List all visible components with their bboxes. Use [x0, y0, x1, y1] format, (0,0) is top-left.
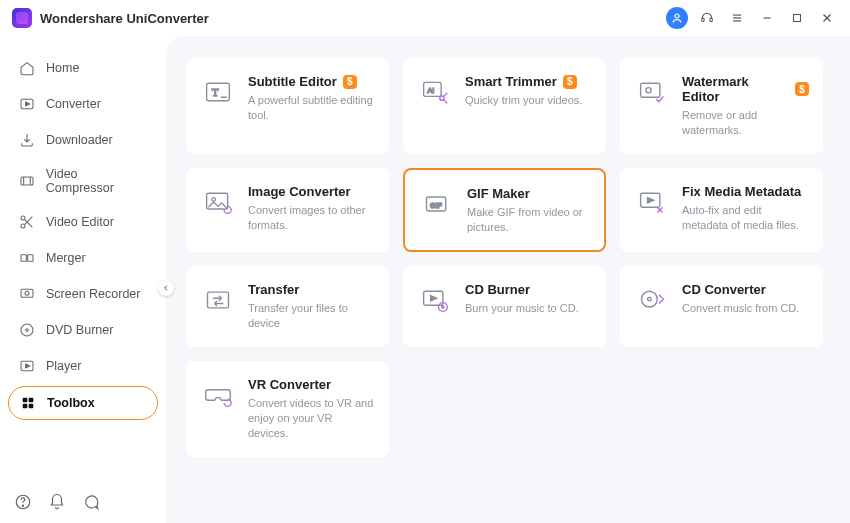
sidebar-item-player[interactable]: Player [8, 350, 158, 382]
svg-rect-12 [21, 177, 33, 185]
svg-rect-23 [23, 398, 28, 403]
svg-point-36 [646, 88, 651, 93]
sidebar-item-home[interactable]: Home [8, 52, 158, 84]
sidebar-item-toolbox[interactable]: Toolbox [8, 386, 158, 420]
sidebar-item-converter[interactable]: Converter [8, 88, 158, 120]
card-desc: Convert music from CD. [682, 301, 799, 316]
svg-rect-15 [21, 255, 26, 262]
svg-point-47 [442, 306, 444, 308]
card-title: VR Converter [248, 377, 331, 392]
converter-icon [18, 95, 36, 113]
sidebar-item-label: Player [46, 359, 81, 373]
sidebar-item-label: Video Compressor [46, 167, 148, 195]
svg-rect-1 [702, 18, 704, 22]
help-button[interactable] [14, 493, 32, 511]
svg-marker-42 [648, 197, 654, 202]
sidebar-item-label: Toolbox [47, 396, 95, 410]
cd-burner-icon [419, 284, 451, 316]
paid-badge: $ [563, 75, 577, 89]
vr-icon [202, 379, 234, 411]
feedback-button[interactable] [82, 493, 100, 511]
sidebar-item-merger[interactable]: Merger [8, 242, 158, 274]
watermark-icon [636, 76, 668, 108]
paid-badge: $ [343, 75, 357, 89]
sidebar-item-screen-recorder[interactable]: Screen Recorder [8, 278, 158, 310]
sidebar-item-video-editor[interactable]: Video Editor [8, 206, 158, 238]
download-icon [18, 131, 36, 149]
svg-rect-25 [23, 404, 28, 409]
titlebar: Wondershare UniConverter [0, 0, 850, 36]
home-icon [18, 59, 36, 77]
close-button[interactable] [816, 7, 838, 29]
card-title: Subtitle Editor [248, 74, 337, 89]
svg-point-19 [21, 324, 33, 336]
tool-card-smart-trimmer[interactable]: AI Smart Trimmer$ Quicky trim your video… [403, 58, 606, 154]
sidebar: Home Converter Downloader Video Compress… [0, 36, 166, 523]
subtitle-icon: T [202, 76, 234, 108]
svg-marker-22 [26, 364, 30, 368]
trimmer-icon: AI [419, 76, 451, 108]
tool-card-cd-burner[interactable]: CD Burner Burn your music to CD. [403, 266, 606, 347]
play-icon [18, 357, 36, 375]
tool-card-image-converter[interactable]: Image Converter Convert images to other … [186, 168, 389, 253]
metadata-icon [636, 186, 668, 218]
sidebar-item-downloader[interactable]: Downloader [8, 124, 158, 156]
svg-rect-43 [208, 293, 229, 309]
tool-card-subtitle-editor[interactable]: T Subtitle Editor$ A powerful subtitle e… [186, 58, 389, 154]
svg-point-14 [21, 224, 25, 228]
card-title: Transfer [248, 282, 299, 297]
tool-card-gif-maker[interactable]: GIF GIF Maker Make GIF from video or pic… [403, 168, 606, 253]
card-title: GIF Maker [467, 186, 530, 201]
merger-icon [18, 249, 36, 267]
svg-point-13 [21, 216, 25, 220]
card-title: Fix Media Metadata [682, 184, 801, 199]
paid-badge: $ [795, 82, 809, 96]
svg-rect-35 [641, 83, 660, 97]
tool-card-cd-converter[interactable]: CD Converter Convert music from CD. [620, 266, 823, 347]
svg-point-0 [675, 14, 679, 18]
svg-point-20 [26, 329, 29, 332]
card-title: CD Burner [465, 282, 530, 297]
svg-point-18 [25, 291, 29, 295]
card-desc: Transfer your files to device [248, 301, 375, 331]
svg-rect-24 [29, 398, 34, 403]
disc-icon [18, 321, 36, 339]
notifications-button[interactable] [48, 493, 66, 511]
sidebar-item-label: Screen Recorder [46, 287, 141, 301]
support-button[interactable] [696, 7, 718, 29]
card-desc: A powerful subtitle editing tool. [248, 93, 375, 123]
card-desc: Burn your music to CD. [465, 301, 579, 316]
collapse-sidebar-button[interactable] [158, 280, 174, 296]
card-desc: Auto-fix and edit metadata of media file… [682, 203, 809, 233]
svg-rect-2 [710, 18, 712, 22]
svg-rect-7 [794, 15, 801, 22]
minimize-button[interactable] [756, 7, 778, 29]
sidebar-item-label: Downloader [46, 133, 113, 147]
svg-point-48 [642, 292, 658, 308]
svg-point-38 [212, 197, 216, 201]
tool-card-fix-metadata[interactable]: Fix Media Metadata Auto-fix and edit met… [620, 168, 823, 253]
sidebar-item-dvd-burner[interactable]: DVD Burner [8, 314, 158, 346]
sidebar-footer [8, 489, 158, 513]
account-button[interactable] [666, 7, 688, 29]
tool-card-watermark-editor[interactable]: Watermark Editor$ Remove or add watermar… [620, 58, 823, 154]
menu-button[interactable] [726, 7, 748, 29]
tool-card-transfer[interactable]: Transfer Transfer your files to device [186, 266, 389, 347]
card-desc: Convert videos to VR and enjoy on your V… [248, 396, 375, 441]
toolbox-icon [19, 394, 37, 412]
svg-text:GIF: GIF [430, 201, 442, 208]
card-title: CD Converter [682, 282, 766, 297]
maximize-button[interactable] [786, 7, 808, 29]
transfer-icon [202, 284, 234, 316]
sidebar-item-video-compressor[interactable]: Video Compressor [8, 160, 158, 202]
card-desc: Remove or add watermarks. [682, 108, 809, 138]
gif-icon: GIF [421, 188, 453, 220]
sidebar-item-label: DVD Burner [46, 323, 113, 337]
svg-rect-26 [29, 404, 34, 409]
svg-rect-16 [28, 255, 33, 262]
main-panel: T Subtitle Editor$ A powerful subtitle e… [166, 36, 850, 523]
tool-card-vr-converter[interactable]: VR Converter Convert videos to VR and en… [186, 361, 389, 457]
svg-marker-45 [431, 296, 437, 301]
sidebar-item-label: Converter [46, 97, 101, 111]
image-icon [202, 186, 234, 218]
